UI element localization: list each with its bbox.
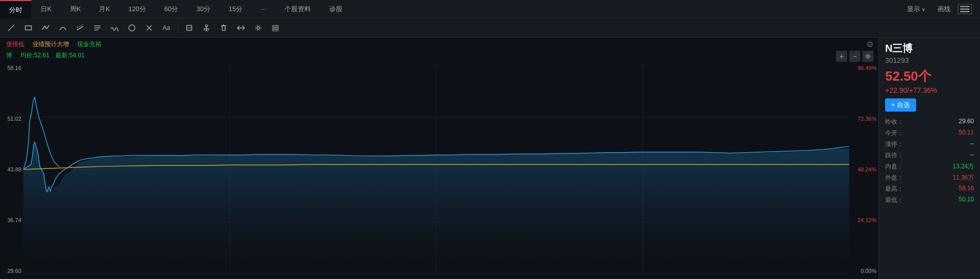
y-axis-right: 96.49% 72.36% 48.24% 24.12% 0.00% <box>849 38 879 279</box>
info-row-inner: 内盘： 13.24万 <box>885 162 974 171</box>
low-value: 50.10 <box>959 196 974 204</box>
draw-button[interactable]: 画线 <box>932 0 956 18</box>
toolbar-divider-1 <box>178 23 178 33</box>
curve-tool[interactable] <box>56 21 70 35</box>
yesclose-value: 29.60 <box>959 118 974 126</box>
info-row-outer: 外盘： 11.36万 <box>885 173 974 182</box>
info-row-yesclose: 昨收： 29.60 <box>885 118 974 126</box>
circle-tool[interactable] <box>125 21 139 35</box>
y-axis-left: 58.16 51.02 43.88 36.74 29.60 <box>0 38 23 279</box>
limit-up-value: -- <box>970 140 974 149</box>
high-value: 58.16 <box>959 185 974 193</box>
low-label: 最低： <box>885 196 903 204</box>
info-row-open: 今开： 50.11 <box>885 129 974 137</box>
svg-point-29 <box>867 55 869 57</box>
limit-up-label: 涨停： <box>885 140 903 149</box>
tab-yuek[interactable]: 月K <box>90 0 119 18</box>
svg-rect-27 <box>272 27 278 29</box>
tab-120[interactable]: 120分 <box>119 0 155 18</box>
tab-fenshi[interactable]: 分时 <box>0 0 31 18</box>
layers-tool[interactable] <box>268 21 283 35</box>
zoom-controls: + − <box>836 51 873 62</box>
info-row-high: 最高： 58.16 <box>885 185 974 193</box>
tab-gegu[interactable]: 个股资料 <box>275 0 320 18</box>
y-right-4: 0.00% <box>851 268 877 274</box>
inner-value: 13.24万 <box>953 162 974 171</box>
open-label: 今开： <box>885 129 903 137</box>
limit-down-value: -- <box>970 151 974 160</box>
svg-rect-28 <box>272 29 278 31</box>
tab-30[interactable]: 30分 <box>187 0 219 18</box>
wave-tool[interactable] <box>108 21 122 35</box>
delete-tool[interactable] <box>217 21 231 35</box>
tab-15[interactable]: 15分 <box>220 0 252 18</box>
y-left-3: 36.74 <box>2 217 21 223</box>
avg-price-label: 均价:52.61 <box>20 51 49 60</box>
text-align-tool[interactable] <box>90 21 104 35</box>
rect-tool[interactable] <box>21 21 36 35</box>
svg-point-12 <box>129 25 135 31</box>
chart-info-bar: 博 均价:52.61 最新:54.01 <box>4 51 85 60</box>
info-panel: N三博 301293 52.50个 +22.90/+77.36% + 自选 昨收… <box>879 38 980 279</box>
tag-cash: 现金充裕 <box>75 40 103 49</box>
svg-point-24 <box>257 26 260 29</box>
yesclose-label: 昨收： <box>885 118 903 126</box>
y-right-2: 48.24% <box>851 166 877 172</box>
svg-rect-20 <box>222 26 225 30</box>
svg-line-6 <box>77 24 83 28</box>
main-area: 债很低 业绩预计大增 现金充裕 ⚙ 博 均价:52.61 最新:54.01 + … <box>0 38 980 279</box>
toolbar: Aa <box>0 18 980 38</box>
y-right-0: 96.49% <box>851 65 877 71</box>
font-tool[interactable]: Aa <box>159 21 173 35</box>
cross-tool[interactable] <box>142 21 156 35</box>
tab-rik[interactable]: 日K <box>31 0 61 18</box>
svg-line-5 <box>77 26 83 30</box>
color-tool[interactable] <box>182 21 196 35</box>
add-watchlist-button[interactable]: + 自选 <box>885 98 916 112</box>
stock-name-label: 博 <box>4 51 14 60</box>
y-right-1: 72.36% <box>851 116 877 122</box>
zoom-out-button[interactable]: − <box>849 51 860 62</box>
stock-name: N三博 <box>885 42 974 55</box>
chart-settings-icon[interactable]: ⚙ <box>866 40 873 49</box>
stock-code: 301293 <box>885 56 974 64</box>
expand-tool[interactable] <box>234 21 248 35</box>
inner-label: 内盘： <box>885 162 903 171</box>
tag-performance: 业绩预计大增 <box>30 40 71 49</box>
chart-settings-button[interactable] <box>862 51 873 62</box>
outer-value: 11.36万 <box>953 173 974 182</box>
y-left-0: 58.16 <box>2 65 21 71</box>
anchor-tool[interactable] <box>199 21 214 35</box>
settings-tool[interactable] <box>251 21 265 35</box>
chart-container: 债很低 业绩预计大增 现金充裕 ⚙ 博 均价:52.61 最新:54.01 + … <box>0 38 879 279</box>
info-row-low: 最低： 50.10 <box>885 196 974 204</box>
svg-line-0 <box>8 25 14 31</box>
zoom-in-button[interactable]: + <box>836 51 847 62</box>
tab-zhouk[interactable]: 周K <box>61 0 90 18</box>
tab-zhengu[interactable]: 诊股 <box>320 0 352 18</box>
y-left-4: 29.60 <box>2 268 21 274</box>
y-left-1: 51.02 <box>2 116 21 122</box>
svg-line-4 <box>47 25 49 29</box>
svg-point-17 <box>205 25 207 27</box>
info-row-limit-up: 涨停： -- <box>885 140 974 149</box>
open-value: 50.11 <box>959 129 974 137</box>
tab-right-buttons: 显示 画线 <box>902 0 980 18</box>
draw-line-tool[interactable] <box>4 21 18 35</box>
sidebar-toggle-button[interactable] <box>958 4 972 14</box>
high-label: 最高： <box>885 185 903 193</box>
svg-line-2 <box>42 26 45 30</box>
tab-60[interactable]: 60分 <box>155 0 187 18</box>
display-button[interactable]: 显示 <box>902 0 930 18</box>
stock-price: 52.50个 <box>885 67 974 85</box>
multi-line-tool[interactable] <box>39 21 53 35</box>
y-right-3: 24.12% <box>851 217 877 223</box>
svg-point-25 <box>256 25 261 30</box>
channel-tool[interactable] <box>73 21 87 35</box>
limit-down-label: 跌停： <box>885 151 903 160</box>
latest-price-label: 最新:54.01 <box>55 51 84 60</box>
info-row-limit-down: 跌停： -- <box>885 151 974 160</box>
tag-debt-low: 债很低 <box>4 40 26 49</box>
tab-more[interactable]: ··· <box>252 0 275 18</box>
stock-change: +22.90/+77.36% <box>885 86 974 94</box>
